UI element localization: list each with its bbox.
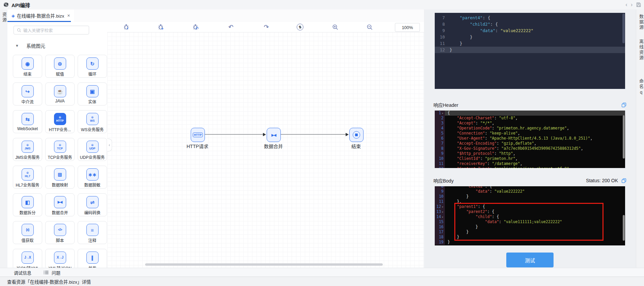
palette-item-http-service[interactable]: ⊕HTTPHTTP业务... <box>45 110 75 133</box>
palette-item-xml-to-json[interactable]: X→JXML转JSON <box>45 249 75 268</box>
palette-section-header[interactable]: ▼ 系统图元 <box>15 42 45 49</box>
script-icon: </> <box>54 224 66 236</box>
palette-item-data-masking[interactable]: ∗∗数据脱敏 <box>78 166 107 189</box>
save-icon[interactable] <box>636 2 641 7</box>
code-line: 11 } <box>435 40 625 47</box>
palette-item-value-get[interactable]: (x)值获取 <box>13 221 42 244</box>
palette-collapse-handle[interactable]: ‹ <box>107 139 112 151</box>
zoom-level[interactable]: 100% <box>395 23 420 32</box>
rail-tab-datasource[interactable]: 数据源 <box>638 14 644 30</box>
palette-item-label: 值获取 <box>21 237 33 243</box>
data-split-icon: ◧ <box>22 196 34 208</box>
issues-list-icon <box>44 270 49 275</box>
ws-service-icon: ⊕WS <box>86 113 99 125</box>
page-title: API编排 <box>11 1 30 8</box>
copy-icon[interactable] <box>621 178 626 183</box>
code-line: 5 "Connection": "keep-alive", <box>435 131 625 136</box>
section-collapse-icon[interactable]: ▼ <box>15 44 19 48</box>
code-line: 10 "ClientId": "primeton.hr", <box>435 156 625 161</box>
edge-arrowhead <box>263 133 266 136</box>
data-masking-icon: ∗∗ <box>86 168 99 181</box>
search-input[interactable]: 输入关键字检索 <box>14 26 89 34</box>
palette-item-label: XML转JSON <box>48 265 72 268</box>
debug-info-tab[interactable]: 调试信息 <box>14 269 31 276</box>
palette-item-data-merge[interactable]: ▶◀数据合并 <box>45 193 75 216</box>
response-body-title: 响应Body <box>433 177 454 184</box>
node-http-request[interactable]: HTTP <box>191 128 205 142</box>
zoom-out-icon[interactable] <box>366 23 374 31</box>
data-merge-icon: ▶◀ <box>54 196 66 208</box>
palette-item-tcp-service[interactable]: ⊕TCPTCP业务服务 <box>45 138 75 161</box>
palette-item-label: HL7业务服务 <box>16 182 39 188</box>
palette-item-encode-convert[interactable]: ⇌编码转换 <box>78 193 107 216</box>
palette-item-comment[interactable]: ≡注释 <box>78 221 107 244</box>
palette-item-label: 中介流 <box>21 99 33 104</box>
editor-scrollbar[interactable] <box>623 115 625 159</box>
zoom-in-icon[interactable] <box>331 23 339 31</box>
palette-item-label: 数据脱敏 <box>84 182 100 188</box>
rail-tab-resources[interactable]: 资源 <box>1 12 7 23</box>
palette-item-entity[interactable]: ▣实体 <box>78 82 107 105</box>
palette-item-loop[interactable]: ↻循环 <box>78 55 107 78</box>
palette-item-data-split[interactable]: ◧数据拆分 <box>13 193 42 216</box>
canvas-horizontal-scrollbar[interactable] <box>145 263 383 266</box>
palette-item-label: JSON转XML <box>16 265 39 268</box>
tab-active-file[interactable]: ◈ 在线编排-数据合并.bizx × <box>7 9 74 22</box>
rail-tab-offline-resources[interactable]: 离线资源 <box>638 39 644 61</box>
app-window: API编排 ‹ › 资源 ◈ 在线编排-数据合并.bizx × <box>0 0 644 286</box>
code-line: 1▾{ <box>435 111 625 116</box>
palette-item-ws-service[interactable]: ⊕WSWS业务服务 <box>78 110 107 133</box>
code-line: 7 "parent4": { <box>435 15 625 21</box>
code-line: 10 } <box>435 194 625 199</box>
data-mapping-icon: ⊞ <box>54 168 66 181</box>
debug-flash-icon[interactable] <box>123 23 131 31</box>
nav-back-icon[interactable]: ‹ <box>625 2 627 7</box>
palette-item-concurrent[interactable]: ∥并发 <box>78 249 107 268</box>
tab-close-icon[interactable]: × <box>67 13 70 18</box>
debug-restart-icon[interactable] <box>192 23 200 31</box>
node-data-merge[interactable]: ▶◀ <box>267 128 281 142</box>
node-end[interactable] <box>349 128 364 142</box>
debug-info-bar: 调试信息 问题 <box>0 268 644 277</box>
request-body-editor[interactable]: 7 "parent4": {8 "child2": {9 "data": "va… <box>435 13 625 89</box>
palette-item-hl7-service[interactable]: ⊕HL7HL7业务服务 <box>13 166 42 189</box>
nav-forward-icon[interactable]: › <box>631 2 633 7</box>
editor-scrollbar[interactable] <box>623 215 625 241</box>
test-button[interactable]: 测试 <box>506 253 554 267</box>
debug-play-icon[interactable] <box>157 23 165 31</box>
palette-item-label: 编码转换 <box>84 210 100 215</box>
palette-item-java[interactable]: ☕JAVA <box>45 82 75 105</box>
comment-icon: ≡ <box>86 224 99 236</box>
palette-item-json-to-xml[interactable]: J→XJSON转XML <box>13 249 42 268</box>
undo-icon[interactable]: ↶ <box>227 23 235 31</box>
palette-item-end[interactable]: ◉结束 <box>13 55 42 78</box>
left-rail: 资源 <box>0 9 8 268</box>
http-node-icon: HTTP <box>193 133 203 137</box>
sync-layout-icon[interactable]: ⇄ <box>296 23 304 31</box>
flow-canvas[interactable]: ↶ ↷ ⇄ 100% ‹ HTTP <box>107 22 424 268</box>
palette-item-data-mapping[interactable]: ⊞数据映射 <box>45 166 75 189</box>
palette-card-grid: ◉结束⊜赋值↻循环↪中介流☕JAVA▣实体⇆WebSocket⊕HTTPHTTP… <box>13 55 108 268</box>
palette-item-mediator-flow[interactable]: ↪中介流 <box>13 82 42 105</box>
palette-item-jms-service[interactable]: ⊕JMSJMS业务服务 <box>13 138 42 161</box>
copy-icon[interactable] <box>621 102 626 108</box>
palette-item-script[interactable]: </>脚本 <box>45 221 75 244</box>
rail-tab-naming[interactable]: 命名q <box>638 79 644 96</box>
encode-convert-icon: ⇌ <box>86 196 99 208</box>
issues-tab[interactable]: 问题 <box>52 269 60 276</box>
palette-item-assign[interactable]: ⊜赋值 <box>45 55 75 78</box>
code-line: 8 "child2": { <box>435 186 625 189</box>
code-line: 3 "Accept": "*/*", <box>435 121 625 126</box>
palette-item-udp-service[interactable]: ⊕UDPUDP业务服务 <box>78 138 107 161</box>
response-header-editor[interactable]: 1▾{2 "Accept-Charset": "utf-8",3 "Accept… <box>435 111 625 168</box>
response-body-editor[interactable]: 8 "child2": {9 "data": "value222222"10 }… <box>435 186 625 245</box>
code-line: 11 }, <box>435 199 625 204</box>
code-line: 12▾ "parent1": { <box>435 204 625 209</box>
redo-icon[interactable]: ↷ <box>262 23 270 31</box>
editor-scrollbar[interactable] <box>622 14 625 43</box>
java-icon: ☕ <box>54 85 66 97</box>
status-badge: Status: 200 OK <box>586 178 618 183</box>
tcp-service-icon: ⊕TCP <box>54 141 66 153</box>
palette-item-websocket[interactable]: ⇆WebSocket <box>13 110 42 133</box>
palette-item-label: 赋值 <box>56 71 64 77</box>
